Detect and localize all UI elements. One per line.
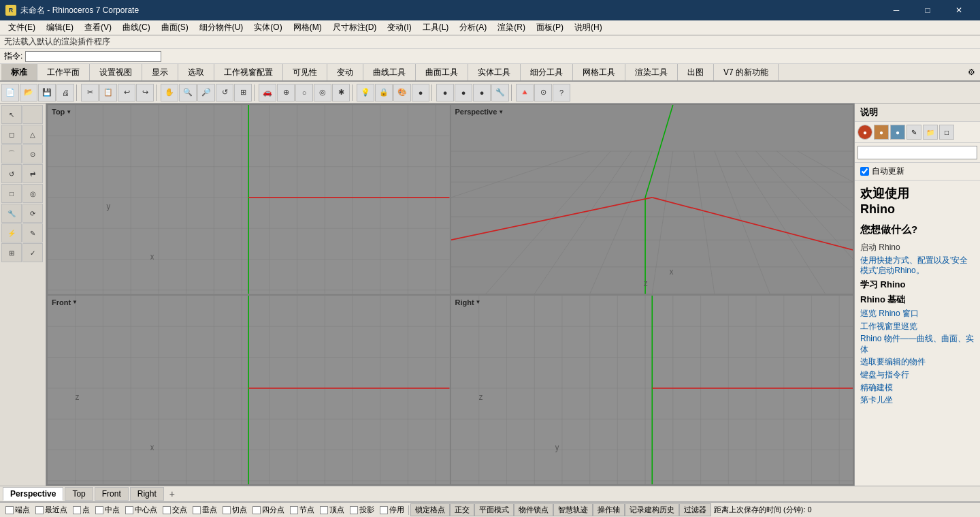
viewport-top-label[interactable]: Top ▼ xyxy=(52,108,71,116)
tab-3[interactable]: 显示 xyxy=(142,64,178,80)
tab-0[interactable]: 标准 xyxy=(1,64,37,80)
viewport-tab-right[interactable]: Right xyxy=(130,487,164,501)
toolbar-btn-23[interactable]: ● xyxy=(455,84,472,101)
viewport-tab-top[interactable]: Top xyxy=(65,487,93,501)
toolbar-btn-12[interactable]: ⊞ xyxy=(234,84,252,101)
toolbar-btn-11[interactable]: ↺ xyxy=(216,84,233,101)
tool-btn-12[interactable]: ⚡ xyxy=(1,223,22,242)
toolbar-btn-3[interactable]: 🖨 xyxy=(56,84,74,101)
tab-6[interactable]: 可见性 xyxy=(283,64,327,80)
snap-checkbox-4[interactable] xyxy=(125,506,133,514)
tab-15[interactable]: V7 的新功能 xyxy=(714,64,779,80)
menu-item-变动I[interactable]: 变动(I) xyxy=(382,20,416,35)
rp-pencil-icon[interactable]: ✎ xyxy=(906,125,921,140)
snap-checkbox-12[interactable] xyxy=(380,506,388,514)
menu-item-尺寸标注D[interactable]: 尺寸标注(D) xyxy=(327,20,382,35)
toolbar-btn-13[interactable]: 🚗 xyxy=(259,84,276,101)
rp-link-cartesian[interactable]: 第卡儿坐 xyxy=(860,395,975,406)
menu-item-面板P[interactable]: 面板(P) xyxy=(531,20,569,35)
rp-link-select[interactable]: 选取要编辑的物件 xyxy=(860,357,975,368)
rp-link-precision[interactable]: 精确建模 xyxy=(860,383,975,394)
toolbar-btn-10[interactable]: 🔎 xyxy=(197,84,215,101)
tab-8[interactable]: 曲线工具 xyxy=(363,64,416,80)
tool-btn-3[interactable]: △ xyxy=(22,125,43,144)
tab-1[interactable]: 工作平面 xyxy=(37,64,90,80)
rp-folder-icon[interactable]: 📁 xyxy=(923,125,938,140)
viewport-perspective[interactable]: Perspective ▼ xyxy=(451,105,853,294)
viewport-front[interactable]: Front ▼ xyxy=(48,296,450,485)
toolbar-btn-7[interactable]: ↪ xyxy=(136,84,154,101)
command-input[interactable] xyxy=(25,51,161,62)
tool-btn-15[interactable]: ✓ xyxy=(22,243,43,262)
viewport-tab-perspective[interactable]: Perspective xyxy=(3,487,63,501)
viewport-top[interactable]: Top ▼ xyxy=(48,105,450,294)
rp-link-objects[interactable]: Rhino 物件——曲线、曲面、实体 xyxy=(860,334,975,355)
tab-4[interactable]: 选取 xyxy=(178,64,214,80)
toolbar-btn-17[interactable]: ✱ xyxy=(332,84,350,101)
toolbar-btn-19[interactable]: 🔒 xyxy=(375,84,393,101)
tool-btn-1[interactable] xyxy=(22,105,43,124)
tabs-settings-button[interactable]: ⚙ xyxy=(964,64,979,80)
toolbar-btn-15[interactable]: ○ xyxy=(295,84,313,101)
status-btn-2[interactable]: 平面模式 xyxy=(474,503,514,516)
toolbar-btn-28[interactable]: ? xyxy=(553,84,570,101)
menu-item-说明H[interactable]: 说明(H) xyxy=(569,20,608,35)
toolbar-btn-22[interactable]: ● xyxy=(436,84,454,101)
viewport-right-label[interactable]: Right ▼ xyxy=(455,298,481,307)
menu-item-曲面S[interactable]: 曲面(S) xyxy=(156,20,194,35)
tool-btn-5[interactable]: ⊙ xyxy=(22,144,43,163)
snap-checkbox-2[interactable] xyxy=(73,506,81,514)
rp-link-viewport-nav[interactable]: 工作视窗里巡览 xyxy=(860,322,975,332)
toolbar-btn-5[interactable]: 📋 xyxy=(99,84,117,101)
snap-checkbox-10[interactable] xyxy=(320,506,328,514)
menu-item-文件E[interactable]: 文件(E) xyxy=(3,20,41,35)
minimize-button[interactable]: ─ xyxy=(881,0,912,20)
toolbar-btn-0[interactable]: 📄 xyxy=(1,84,19,101)
menu-item-曲线C[interactable]: 曲线(C) xyxy=(117,20,156,35)
toolbar-btn-16[interactable]: ◎ xyxy=(314,84,331,101)
tool-btn-6[interactable]: ↺ xyxy=(1,164,22,183)
status-btn-0[interactable]: 锁定格点 xyxy=(410,503,450,516)
toolbar-btn-20[interactable]: 🎨 xyxy=(393,84,411,101)
tab-14[interactable]: 出图 xyxy=(678,64,714,80)
maximize-button[interactable]: □ xyxy=(912,0,943,20)
rp-link-keyboard[interactable]: 键盘与指令行 xyxy=(860,370,975,381)
tab-13[interactable]: 渲染工具 xyxy=(625,64,678,80)
tool-btn-4[interactable]: ⌒ xyxy=(1,144,22,163)
snap-checkbox-3[interactable] xyxy=(95,506,103,514)
menu-item-工具L[interactable]: 工具(L) xyxy=(417,20,455,35)
toolbar-btn-1[interactable]: 📂 xyxy=(20,84,37,101)
menu-item-网格M[interactable]: 网格(M) xyxy=(288,20,327,35)
right-panel-search-input[interactable] xyxy=(858,146,977,159)
snap-checkbox-8[interactable] xyxy=(252,506,261,514)
title-bar-controls[interactable]: ─ □ ✕ xyxy=(881,0,975,20)
tool-btn-11[interactable]: ⟳ xyxy=(22,204,43,223)
tab-10[interactable]: 实体工具 xyxy=(468,64,521,80)
viewport-tab-front[interactable]: Front xyxy=(95,487,129,501)
tab-2[interactable]: 设置视图 xyxy=(90,64,142,80)
snap-checkbox-1[interactable] xyxy=(35,506,44,514)
tab-11[interactable]: 细分工具 xyxy=(521,64,573,80)
tool-btn-7[interactable]: ⇄ xyxy=(22,164,43,183)
tool-btn-13[interactable]: ✎ xyxy=(22,223,43,242)
tool-btn-14[interactable]: ⊞ xyxy=(1,243,22,262)
menu-item-渲染R[interactable]: 渲染(R) xyxy=(492,20,531,35)
toolbar-btn-14[interactable]: ⊕ xyxy=(277,84,295,101)
tab-5[interactable]: 工作视窗配置 xyxy=(214,64,283,80)
status-btn-4[interactable]: 智慧轨迹 xyxy=(553,503,593,516)
viewport-perspective-label[interactable]: Perspective ▼ xyxy=(455,108,504,116)
close-button[interactable]: ✕ xyxy=(943,0,975,20)
add-viewport-tab[interactable]: + xyxy=(165,487,179,501)
toolbar-btn-21[interactable]: ● xyxy=(412,84,429,101)
snap-checkbox-5[interactable] xyxy=(163,506,171,514)
tab-7[interactable]: 变动 xyxy=(327,64,363,80)
toolbar-btn-24[interactable]: ● xyxy=(473,84,491,101)
status-btn-1[interactable]: 正交 xyxy=(450,503,474,516)
menu-item-细分物件U[interactable]: 细分物件(U) xyxy=(194,20,249,35)
rp-reflect-icon[interactable]: ● xyxy=(874,125,889,140)
tool-btn-0[interactable]: ↖ xyxy=(1,105,22,124)
viewport-right[interactable]: Right ▼ xyxy=(451,296,853,485)
menu-item-编辑E[interactable]: 编辑(E) xyxy=(41,20,79,35)
toolbar-btn-27[interactable]: ⊙ xyxy=(534,84,552,101)
tool-btn-2[interactable]: ◻ xyxy=(1,125,22,144)
